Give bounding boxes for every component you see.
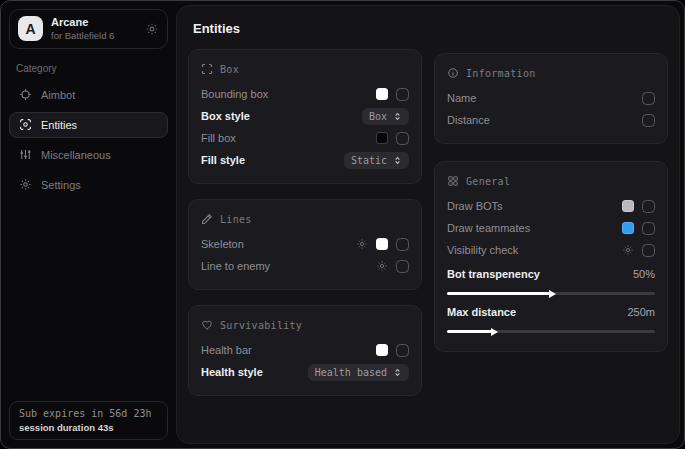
sidebar-item-label: Miscellaneous — [41, 149, 111, 161]
settings-icon[interactable] — [622, 244, 634, 256]
sidebar-item-settings[interactable]: Settings — [9, 172, 168, 198]
dropdown-value: Box — [369, 111, 387, 122]
bot-transparency-slider[interactable] — [447, 292, 655, 295]
settings-icon[interactable] — [356, 238, 368, 250]
distance-checkbox[interactable] — [642, 114, 655, 127]
row-label: Name — [447, 92, 476, 104]
fill-style-dropdown[interactable]: Static — [344, 152, 409, 169]
general-panel: General Draw BOTs Draw teammates — [434, 161, 668, 352]
panel-title: Survivability — [220, 320, 302, 331]
sidebar-item-aimbot[interactable]: Aimbot — [9, 82, 168, 108]
chevron-updown-icon — [393, 367, 402, 378]
bot-transparency-row: Bot transpenency 50% — [447, 263, 655, 285]
main-content: Entities Box Bounding box — [176, 5, 680, 444]
slider-value: 50% — [633, 268, 655, 280]
visibility-check-checkbox[interactable] — [642, 244, 655, 257]
row-label: Distance — [447, 114, 490, 126]
gear-icon[interactable] — [145, 22, 159, 36]
row-label: Skeleton — [201, 238, 244, 250]
app-subtitle: for Battlefield 6 — [51, 30, 137, 41]
gear-icon — [19, 178, 32, 191]
draw-bots-row: Draw BOTs — [447, 195, 655, 217]
app-name: Arcane — [51, 16, 137, 29]
scan-eye-icon — [19, 118, 32, 131]
fill-style-row: Fill style Static — [201, 149, 409, 171]
line-to-enemy-checkbox[interactable] — [396, 260, 409, 273]
slider-fill — [447, 292, 551, 295]
chevron-updown-icon — [393, 111, 402, 122]
left-column: Box Bounding box Box style Box — [188, 49, 422, 396]
slider-thumb[interactable] — [549, 290, 556, 298]
draw-bots-checkbox[interactable] — [642, 200, 655, 213]
crosshair-icon — [19, 88, 32, 101]
sub-expiry-text: Sub expires in 56d 23h — [19, 408, 158, 419]
lines-panel: Lines Skeleton Line to enemy — [188, 199, 422, 290]
health-style-row: Health style Health based — [201, 361, 409, 383]
row-label: Draw teammates — [447, 222, 530, 234]
row-label: Fill style — [201, 154, 245, 166]
slider-fill — [447, 330, 493, 333]
bounding-box-row: Bounding box — [201, 83, 409, 105]
box-panel: Box Bounding box Box style Box — [188, 49, 422, 184]
box-style-dropdown[interactable]: Box — [362, 108, 409, 125]
right-column: Information Name Distance — [434, 53, 668, 352]
line-to-enemy-row: Line to enemy — [201, 255, 409, 277]
information-panel: Information Name Distance — [434, 53, 668, 144]
panel-title: General — [466, 176, 510, 187]
health-bar-row: Health bar — [201, 339, 409, 361]
grid-icon — [447, 175, 459, 187]
name-checkbox[interactable] — [642, 92, 655, 105]
survivability-panel: Survivability Health bar Health style He… — [188, 305, 422, 396]
session-duration-text: session duration 43s — [19, 422, 158, 433]
row-label: Max distance — [447, 306, 516, 318]
subscription-info-card: Sub expires in 56d 23h session duration … — [9, 401, 168, 440]
row-label: Health style — [201, 366, 263, 378]
draw-teammates-checkbox[interactable] — [642, 222, 655, 235]
row-label: Fill box — [201, 132, 236, 144]
panel-title: Lines — [220, 214, 252, 225]
slider-thumb[interactable] — [491, 328, 498, 336]
skeleton-checkbox[interactable] — [396, 238, 409, 251]
settings-icon[interactable] — [376, 260, 388, 272]
color-swatch[interactable] — [376, 238, 388, 250]
app-header-card: A Arcane for Battlefield 6 — [9, 9, 168, 49]
slider-value: 250m — [627, 306, 655, 318]
box-style-row: Box style Box — [201, 105, 409, 127]
pencil-icon — [201, 213, 213, 225]
app-window: A Arcane for Battlefield 6 Category Aimb… — [0, 0, 685, 449]
health-bar-checkbox[interactable] — [396, 344, 409, 357]
panel-title: Box — [220, 64, 239, 75]
sidebar-nav: Aimbot Entities Miscellaneous Settings — [9, 82, 168, 198]
chevron-updown-icon — [393, 155, 402, 166]
distance-row: Distance — [447, 109, 655, 131]
max-distance-slider[interactable] — [447, 330, 655, 333]
visibility-check-row: Visibility check — [447, 239, 655, 261]
category-label: Category — [16, 63, 161, 74]
app-avatar: A — [18, 16, 43, 41]
bounding-box-checkbox[interactable] — [396, 88, 409, 101]
color-swatch[interactable] — [622, 222, 634, 234]
row-label: Box style — [201, 110, 250, 122]
draw-teammates-row: Draw teammates — [447, 217, 655, 239]
color-swatch[interactable] — [376, 88, 388, 100]
sidebar-item-label: Entities — [41, 119, 77, 131]
panel-title: Information — [466, 68, 536, 79]
color-swatch[interactable] — [622, 200, 634, 212]
row-label: Line to enemy — [201, 260, 270, 272]
fill-box-row: Fill box — [201, 127, 409, 149]
name-row: Name — [447, 87, 655, 109]
heart-icon — [201, 319, 213, 331]
skeleton-row: Skeleton — [201, 233, 409, 255]
dropdown-value: Health based — [315, 367, 387, 378]
sidebar-item-entities[interactable]: Entities — [9, 112, 168, 138]
health-style-dropdown[interactable]: Health based — [308, 364, 409, 381]
color-swatch[interactable] — [376, 132, 388, 144]
sidebar: A Arcane for Battlefield 6 Category Aimb… — [1, 1, 176, 448]
info-icon — [447, 67, 459, 79]
fill-box-checkbox[interactable] — [396, 132, 409, 145]
sidebar-item-miscellaneous[interactable]: Miscellaneous — [9, 142, 168, 168]
color-swatch[interactable] — [376, 344, 388, 356]
row-label: Draw BOTs — [447, 200, 503, 212]
row-label: Bounding box — [201, 88, 268, 100]
row-label: Visibility check — [447, 244, 518, 256]
